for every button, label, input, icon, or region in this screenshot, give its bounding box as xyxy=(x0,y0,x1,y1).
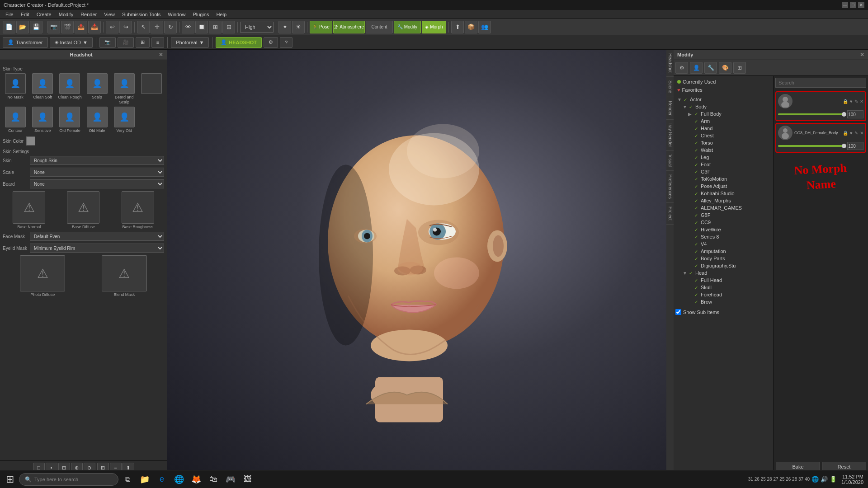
explorer-btn[interactable]: 📁 xyxy=(137,471,153,488)
move-btn[interactable]: ✛ xyxy=(151,21,163,33)
menu-modify[interactable]: Modify xyxy=(55,11,77,18)
skin-old-male[interactable]: 👤 Old Male xyxy=(85,107,110,133)
app1-btn[interactable]: 🎮 xyxy=(222,471,239,488)
tree-digio[interactable]: ▶ ✓ Digiography.Stu xyxy=(675,262,771,269)
vtab-render[interactable]: Render xyxy=(666,97,674,120)
morph-delete-1[interactable]: ✕ xyxy=(860,99,863,104)
headshot-btn[interactable]: 👤 HEADSHOT xyxy=(216,37,262,48)
tree-alemar[interactable]: ▶ ✓ ALEMAR_GAMES xyxy=(675,204,771,211)
tree-body-parts[interactable]: ▶ ✓ Body Parts xyxy=(675,255,771,262)
currently-used-item[interactable]: Currently Used xyxy=(675,78,771,86)
open-btn[interactable]: 📂 xyxy=(16,21,29,33)
tree-waist[interactable]: ▶ ✓ Waist xyxy=(675,146,771,154)
sky-btn[interactable]: ☀ xyxy=(292,21,305,33)
headshot-help-btn[interactable]: ? xyxy=(280,37,292,48)
modify-tb5[interactable]: ⊞ xyxy=(733,62,746,74)
pose-btn[interactable]: 🚶 Pose xyxy=(310,21,332,33)
tree-amputation[interactable]: ▶ ✓ Amputation xyxy=(675,248,771,255)
morph-heart-1[interactable]: ♥ xyxy=(850,99,853,104)
tree-hivewire[interactable]: ▶ ✓ HiveWire xyxy=(675,226,771,233)
transformer-btn[interactable]: 👤 Transformer xyxy=(3,37,48,48)
new-btn[interactable]: 📄 xyxy=(3,21,15,33)
morph-delete-2[interactable]: ✕ xyxy=(860,131,863,136)
vtab-project[interactable]: Project xyxy=(666,203,674,225)
show-sub-items-checkbox[interactable] xyxy=(675,309,681,315)
tree-kohlrabi[interactable]: ▶ ✓ Kohlrabi Studio xyxy=(675,190,771,197)
tree-leg[interactable]: ▶ ✓ Leg xyxy=(675,154,771,161)
close-button[interactable]: ✕ xyxy=(858,2,864,8)
morph-value-1[interactable] xyxy=(847,110,863,118)
render-btn[interactable]: 🎬 xyxy=(61,21,74,33)
eyelid-mask-select[interactable]: Minimum Eyelid Rim xyxy=(30,244,164,253)
menu-render[interactable]: Render xyxy=(77,11,100,18)
modify-tb4[interactable]: 🎨 xyxy=(719,62,731,74)
app2-btn[interactable]: 🖼 xyxy=(240,471,256,488)
favorites-item[interactable]: ♥ Favorites xyxy=(675,86,771,94)
photoreal-btn[interactable]: Photoreal ▼ xyxy=(171,37,209,48)
vtab-headshot[interactable]: Headshot xyxy=(666,50,674,77)
modify-btn[interactable]: 🔧 Modify xyxy=(394,21,421,33)
menu-window[interactable]: Window xyxy=(164,11,189,18)
tree-pose-adjust[interactable]: ▶ ✓ Pose Adjust xyxy=(675,183,771,190)
tree-full-head[interactable]: ▶ ✓ Full Head xyxy=(675,277,771,284)
morph-value-2[interactable] xyxy=(847,142,863,150)
vtab-scene[interactable]: Scene xyxy=(666,77,674,97)
beard-select[interactable]: None xyxy=(30,179,164,188)
vtab-preferences[interactable]: Preferences xyxy=(666,171,674,203)
tree-forehead[interactable]: ▶ ✓ Forehead xyxy=(675,291,771,298)
store-btn[interactable]: 🛍 xyxy=(205,471,222,488)
tree-hand[interactable]: ▶ ✓ Hand xyxy=(675,125,771,132)
minimize-button[interactable]: — xyxy=(842,2,848,8)
content-btn[interactable]: Content xyxy=(366,21,393,33)
select-btn[interactable]: ↖ xyxy=(137,21,150,33)
tree-skull[interactable]: ▶ ✓ Skull xyxy=(675,284,771,291)
skin-sensitive[interactable]: 👤 Sensitive xyxy=(30,107,55,133)
modify-tb3[interactable]: 🔧 xyxy=(704,62,717,74)
light-btn[interactable]: ✦ xyxy=(278,21,291,33)
tree-v4[interactable]: ▶ ✓ V4 xyxy=(675,240,771,248)
modify-tb1[interactable]: ⚙ xyxy=(675,62,688,74)
tree-g8f[interactable]: ▶ ✓ G8F xyxy=(675,211,771,219)
tree-series8[interactable]: ▶ ✓ Series 8 xyxy=(675,233,771,240)
grid-btn[interactable]: ⊞ xyxy=(136,37,150,48)
morph-slider-1[interactable] xyxy=(778,113,845,115)
share-btn[interactable]: ⬆ xyxy=(451,21,464,33)
face-mask-select[interactable]: Default Even xyxy=(30,232,164,241)
import-btn[interactable]: 📥 xyxy=(88,21,101,33)
edge-btn[interactable]: e xyxy=(154,471,170,488)
morph-lock-2[interactable]: 🔒 xyxy=(843,131,848,136)
menu-view[interactable]: View xyxy=(100,11,118,18)
morph-edit-2[interactable]: ✎ xyxy=(854,131,858,136)
tree-chest[interactable]: ▶ ✓ Chest xyxy=(675,132,771,139)
modify-tb2[interactable]: 👤 xyxy=(690,62,703,74)
start-button[interactable]: ⊞ xyxy=(2,471,18,488)
morph-heart-2[interactable]: ♥ xyxy=(850,131,853,136)
menu-submission[interactable]: Submission Tools xyxy=(118,11,164,18)
morph-slider-2[interactable] xyxy=(778,145,845,147)
tree-alley[interactable]: ▶ ✓ Alley_Morphs xyxy=(675,197,771,204)
scale-select[interactable]: None xyxy=(30,168,164,177)
morph-edit-1[interactable]: ✎ xyxy=(854,99,858,104)
skin-old-female[interactable]: 👤 Old Female xyxy=(57,107,82,133)
tree-full-body[interactable]: ▶ ✓ Full Body xyxy=(675,110,771,117)
person-btn[interactable]: 👥 xyxy=(478,21,491,33)
taskbar-search[interactable]: 🔍 Type here to search xyxy=(19,473,118,486)
export2-btn[interactable]: 📦 xyxy=(465,21,477,33)
view2-btn[interactable]: 🔲 xyxy=(195,21,208,33)
tree-cc9[interactable]: ▶ ✓ CC9 xyxy=(675,219,771,226)
menu-help[interactable]: Help xyxy=(212,11,230,18)
vtab-visual[interactable]: Visual xyxy=(666,151,674,171)
tree-arm[interactable]: ▶ ✓ Arm xyxy=(675,117,771,125)
screenshot2-btn[interactable]: 📷 xyxy=(99,37,116,48)
skin-contour[interactable]: 👤 Contour xyxy=(3,107,28,133)
task-view-btn[interactable]: ⧉ xyxy=(119,471,136,488)
export-btn[interactable]: 📤 xyxy=(75,21,87,33)
morph-btn[interactable]: ◈ Morph xyxy=(422,21,446,33)
tree-brow[interactable]: ▶ ✓ Brow xyxy=(675,298,771,305)
tree-body[interactable]: ▼ ✓ Body xyxy=(675,103,771,110)
blend-mask-thumb[interactable]: ⚠ xyxy=(102,255,147,291)
layers-btn[interactable]: ≡ xyxy=(151,37,164,48)
tree-g3f[interactable]: ▶ ✓ G3F xyxy=(675,168,771,175)
instalod-btn[interactable]: ◈ InstaLOD ▼ xyxy=(50,37,93,48)
morph-lock-1[interactable]: 🔒 xyxy=(843,99,848,104)
